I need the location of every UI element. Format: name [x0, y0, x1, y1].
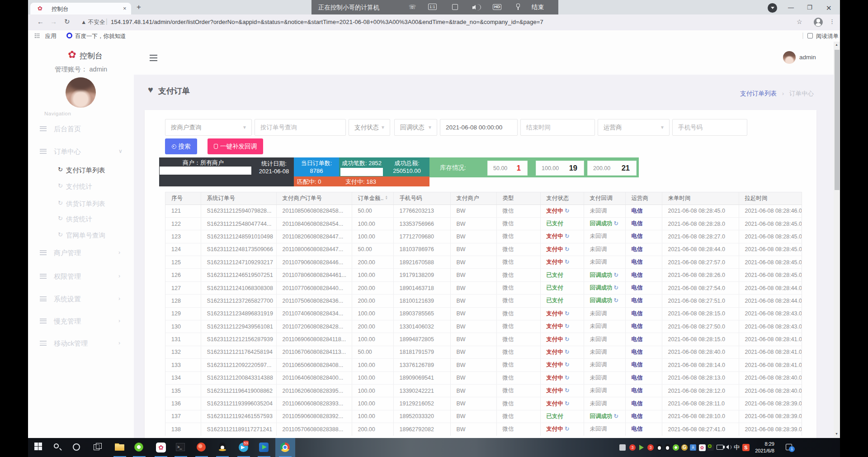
filter-select-6[interactable]: 运营商▼: [598, 119, 670, 136]
refresh-icon[interactable]: ↻: [565, 246, 569, 252]
window-restore-button[interactable]: ❐: [807, 4, 812, 11]
taskbar-start-icon[interactable]: [34, 443, 44, 452]
refresh-icon[interactable]: ↻: [565, 375, 569, 381]
stats-merchant-input[interactable]: [159, 166, 252, 175]
tray-sogou-icon[interactable]: S: [741, 443, 751, 452]
security-warning[interactable]: ▲ 不安全: [81, 19, 105, 26]
browser-menu-icon[interactable]: ⋮: [829, 18, 835, 25]
tray-badge-icon[interactable]: 3: [627, 443, 637, 452]
taskbar-cortana-icon[interactable]: [72, 443, 82, 452]
header-username[interactable]: admin: [799, 54, 816, 61]
sidebar-item-0[interactable]: 后台首页: [28, 123, 134, 135]
scrollbar-thumb[interactable]: [835, 50, 840, 190]
apps-grid-icon[interactable]: [34, 33, 40, 38]
sidebar-item-9[interactable]: 系统设置›: [28, 293, 134, 305]
profile-icon[interactable]: [814, 18, 823, 27]
scroll-up-icon[interactable]: ▲: [835, 43, 838, 46]
sidebar-item-7[interactable]: 商户管理›: [28, 247, 134, 259]
taskbar-explorer-icon[interactable]: [115, 443, 125, 452]
refresh-icon[interactable]: ↻: [614, 285, 618, 291]
tray-ime-icon[interactable]: 中: [732, 443, 742, 452]
fullscreen-icon[interactable]: [452, 4, 458, 10]
refresh-icon[interactable]: ↻: [565, 233, 569, 239]
taskbar-taskview-icon[interactable]: [93, 443, 103, 452]
breadcrumb-parent[interactable]: 订单中心: [789, 90, 814, 97]
taskbar-sunlogin-icon[interactable]: ✿: [156, 443, 166, 452]
header-avatar[interactable]: [783, 51, 796, 64]
window-overlay-menu-icon[interactable]: [768, 3, 777, 13]
ratio-icon[interactable]: 1:1: [428, 4, 437, 10]
taskbar-chrome-icon[interactable]: [280, 443, 290, 452]
hamburger-menu-icon[interactable]: [150, 55, 157, 61]
reload-icon[interactable]: ↻: [64, 18, 70, 26]
sidebar-item-5[interactable]: ↻供货统计: [28, 213, 134, 225]
stats-success-input[interactable]: [340, 168, 383, 176]
sidebar-item-3[interactable]: ↻支付统计: [28, 180, 134, 193]
url-text[interactable]: 154.197.48.141/admin/order/listOrder?ord…: [111, 19, 543, 25]
refresh-icon[interactable]: ↻: [565, 400, 569, 407]
back-icon[interactable]: ←: [37, 18, 44, 25]
filter-input-7[interactable]: 手机号码: [672, 119, 747, 136]
sidebar-item-1[interactable]: 订单中心∨: [28, 145, 134, 158]
taskbar-qq-icon[interactable]: [217, 443, 227, 452]
col-header-3[interactable]: 订单金额..▲▼: [352, 192, 393, 205]
scrollbar[interactable]: ▲ ▼: [834, 42, 840, 438]
tray-notification-icon[interactable]: 1: [784, 443, 794, 452]
refresh-icon[interactable]: ↻: [565, 362, 569, 368]
taskbar-360-icon[interactable]: [134, 443, 144, 452]
hd-icon[interactable]: HD: [493, 4, 501, 10]
forward-icon[interactable]: →: [50, 18, 57, 25]
reading-list[interactable]: 阅读清单: [816, 33, 839, 40]
resend-callback-button[interactable]: 一键补发回调: [208, 138, 263, 154]
pin-icon[interactable]: [516, 3, 520, 10]
sidebar-item-11[interactable]: 移动ck管理›: [28, 337, 134, 350]
bookmark-baidu[interactable]: 百度一下，你就知道: [75, 33, 126, 40]
filter-input-5[interactable]: 结束时间: [520, 119, 595, 136]
taskbar-cmd-icon[interactable]: >_: [176, 443, 186, 452]
breadcrumb-current[interactable]: 支付订单列表: [740, 90, 777, 97]
phone-icon[interactable]: ☏: [409, 4, 416, 10]
refresh-icon[interactable]: ↻: [565, 349, 569, 355]
sidebar-item-2[interactable]: ↻支付订单列表: [28, 164, 134, 176]
refresh-icon[interactable]: ↻: [614, 272, 618, 278]
tray-play-icon[interactable]: [637, 443, 646, 452]
filter-select-3[interactable]: 回调状态▼: [394, 119, 437, 136]
sidebar-item-10[interactable]: 慢充管理›: [28, 315, 134, 328]
refresh-icon[interactable]: ↻: [614, 413, 618, 419]
tray-blue-icon[interactable]: 天: [688, 443, 698, 452]
tab-close-icon[interactable]: ×: [123, 5, 127, 12]
taskbar-telegram-icon[interactable]: 53: [239, 443, 249, 452]
window-minimize-button[interactable]: —: [788, 4, 794, 11]
refresh-icon[interactable]: ↻: [565, 323, 569, 329]
refresh-icon[interactable]: ↻: [565, 387, 569, 394]
new-tab-button[interactable]: +: [137, 3, 141, 12]
search-button[interactable]: 搜索: [165, 138, 197, 154]
bookmark-star-icon[interactable]: ☆: [797, 18, 802, 25]
refresh-icon[interactable]: ↻: [565, 259, 569, 265]
taskbar-search-icon[interactable]: [53, 443, 63, 452]
browser-tab[interactable]: ✿ 控制台 ×: [30, 3, 131, 14]
refresh-icon[interactable]: ↻: [565, 208, 569, 214]
refresh-icon[interactable]: ↻: [614, 220, 618, 227]
sidebar-item-8[interactable]: 权限管理›: [28, 270, 134, 283]
scroll-down-icon[interactable]: ▼: [835, 432, 838, 435]
tray-nvidia-icon[interactable]: [706, 443, 716, 452]
tray-app-icon[interactable]: [618, 443, 627, 452]
sidebar-item-6[interactable]: ↻官网单号查询: [28, 229, 134, 242]
tray-badge2-icon[interactable]: 3: [646, 443, 656, 452]
taskbar-clock[interactable]: 8:292021/6/8: [752, 441, 774, 454]
taskbar-videoplayer-icon[interactable]: [259, 443, 269, 452]
sidebar-item-4[interactable]: ↻供货订单列表: [28, 197, 134, 210]
filter-input-1[interactable]: 按订单号查询: [255, 119, 346, 136]
filter-select-2[interactable]: 支付状态▼: [349, 119, 390, 136]
window-close-button[interactable]: ✕: [826, 4, 832, 12]
refresh-icon[interactable]: ↻: [565, 426, 569, 432]
sidebar-avatar[interactable]: [66, 77, 96, 108]
end-control-button[interactable]: 结束: [532, 3, 544, 11]
refresh-icon[interactable]: ↻: [565, 336, 569, 343]
refresh-icon[interactable]: ↻: [614, 297, 618, 304]
taskbar-app-red-icon[interactable]: [197, 443, 207, 452]
sort-icon[interactable]: ▲▼: [385, 195, 387, 200]
refresh-icon[interactable]: ↻: [565, 310, 569, 317]
filter-select-0[interactable]: 按商户查询▼: [165, 119, 252, 136]
